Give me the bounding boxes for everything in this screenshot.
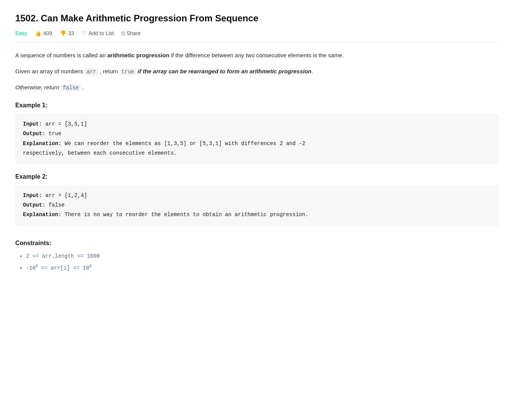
arithmetic-progression-bold: arithmetic progression — [107, 52, 170, 58]
example-1-output: Output: true — [23, 129, 491, 139]
description-paragraph-1: A sequence of numbers is called an arith… — [15, 50, 499, 60]
arr-code: arr — [85, 68, 98, 75]
example-2-output-value: false — [48, 202, 65, 208]
downvote-count: 33 — [68, 30, 74, 36]
constraint-item-1: 2 <= arr.length <= 1000 — [26, 252, 499, 260]
example-2-section: Example 2: Input: arr = [1,2,4] Output: … — [15, 173, 499, 226]
upvote-button[interactable]: 👍 409 — [35, 30, 52, 36]
difficulty-badge: Easy — [15, 30, 27, 36]
example-2-explanation-label: Explanation: — [23, 212, 61, 218]
example-2-output: Output: false — [23, 200, 491, 210]
example-2-output-label: Output: — [23, 202, 45, 208]
example-1-input: Input: arr = [3,5,1] — [23, 120, 491, 129]
description-paragraph-3: Otherwise, return false . — [15, 82, 499, 93]
example-1-explanation-label: Explanation: — [23, 141, 61, 147]
example-1-section: Example 1: Input: arr = [3,5,1] Output: … — [15, 102, 499, 164]
example-1-explanation: Explanation: We can reorder the elements… — [23, 139, 491, 158]
example-2-input: Input: arr = [1,2,4] — [23, 191, 491, 200]
constraints-list: 2 <= arr.length <= 1000 -106 <= arr[i] <… — [15, 252, 499, 272]
add-to-list-label: Add to List — [89, 30, 114, 36]
constraint-item-2: -106 <= arr[i] <= 106 — [26, 263, 499, 272]
example-2-input-value: arr = [1,2,4] — [45, 192, 87, 199]
thumbs-up-icon: 👍 — [35, 30, 41, 36]
problem-title: 1502. Can Make Arithmetic Progression Fr… — [15, 12, 499, 24]
constraints-title: Constraints: — [15, 240, 499, 247]
problem-description: A sequence of numbers is called an arith… — [15, 50, 499, 93]
example-2-explanation-value: There is no way to reorder the elements … — [65, 212, 309, 218]
example-1-block: Input: arr = [3,5,1] Output: true Explan… — [15, 113, 499, 164]
upvote-count: 409 — [43, 30, 52, 36]
false-code: false — [61, 84, 81, 91]
true-code: true — [120, 68, 136, 75]
example-2-block: Input: arr = [1,2,4] Output: false Expla… — [15, 185, 499, 226]
example-1-title: Example 1: — [15, 102, 499, 109]
example-2-input-label: Input: — [23, 192, 42, 199]
example-1-output-value: true — [48, 131, 61, 137]
constraints-section: Constraints: 2 <= arr.length <= 1000 -10… — [15, 240, 499, 272]
downvote-button[interactable]: 👎 33 — [60, 30, 74, 36]
example-1-input-label: Input: — [23, 121, 42, 127]
share-label: Share — [126, 30, 141, 36]
share-button[interactable]: ⎙ Share — [121, 30, 141, 36]
add-to-list-button[interactable]: ♡ Add to List — [82, 30, 114, 36]
example-2-explanation: Explanation: There is no way to reorder … — [23, 210, 491, 220]
example-2-title: Example 2: — [15, 173, 499, 180]
meta-row: Easy 👍 409 👎 33 ♡ Add to List ⎙ Share — [15, 30, 499, 43]
description-paragraph-2: Given an array of numbers arr , return t… — [15, 66, 499, 77]
heart-icon: ♡ — [82, 30, 87, 36]
thumbs-down-icon: 👎 — [60, 30, 66, 36]
example-1-output-label: Output: — [23, 131, 45, 137]
example-1-explanation-value: We can reorder the elements as [1,3,5] o… — [23, 141, 305, 156]
share-icon: ⎙ — [121, 30, 124, 36]
example-1-input-value: arr = [3,5,1] — [45, 121, 87, 127]
